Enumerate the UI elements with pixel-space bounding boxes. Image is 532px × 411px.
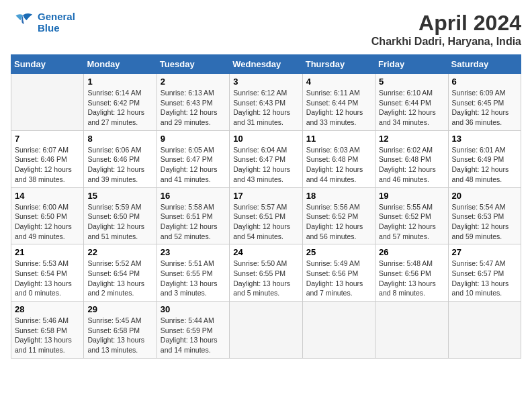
day-info: Sunrise: 5:44 AM Sunset: 6:59 PM Dayligh… <box>161 316 226 355</box>
day-info: Sunrise: 6:04 AM Sunset: 6:47 PM Dayligh… <box>233 145 298 185</box>
day-number: 30 <box>161 304 226 314</box>
calendar-table: SundayMondayTuesdayWednesdayThursdayFrid… <box>11 54 521 359</box>
month-title: April 2024 <box>371 11 521 36</box>
day-cell <box>448 302 521 359</box>
day-cell: 4Sunrise: 6:11 AM Sunset: 6:44 PM Daylig… <box>302 74 375 131</box>
day-cell <box>375 302 448 359</box>
day-info: Sunrise: 6:01 AM Sunset: 6:49 PM Dayligh… <box>452 145 517 185</box>
day-number: 16 <box>161 191 226 201</box>
day-cell: 17Sunrise: 5:57 AM Sunset: 6:51 PM Dayli… <box>230 187 302 244</box>
day-number: 12 <box>379 134 444 144</box>
week-row-4: 21Sunrise: 5:53 AM Sunset: 6:54 PM Dayli… <box>11 244 521 302</box>
day-cell: 27Sunrise: 5:47 AM Sunset: 6:57 PM Dayli… <box>448 244 521 302</box>
day-number: 25 <box>306 247 371 257</box>
day-cell <box>11 74 84 131</box>
day-number: 19 <box>379 191 444 201</box>
logo-text: General Blue <box>38 11 75 34</box>
title-block: April 2024 Charkhi Dadri, Haryana, India <box>371 11 521 48</box>
weekday-header-saturday: Saturday <box>448 55 521 74</box>
day-cell: 9Sunrise: 6:05 AM Sunset: 6:47 PM Daylig… <box>157 130 229 187</box>
day-number: 14 <box>15 191 80 201</box>
week-row-1: 1Sunrise: 6:14 AM Sunset: 6:42 PM Daylig… <box>11 74 521 131</box>
day-cell <box>302 302 375 359</box>
day-info: Sunrise: 6:06 AM Sunset: 6:46 PM Dayligh… <box>87 145 152 185</box>
day-number: 21 <box>15 247 80 257</box>
day-number: 24 <box>233 247 298 257</box>
weekday-header-row: SundayMondayTuesdayWednesdayThursdayFrid… <box>11 55 521 74</box>
day-number: 11 <box>306 134 371 144</box>
day-cell: 12Sunrise: 6:02 AM Sunset: 6:48 PM Dayli… <box>375 130 448 187</box>
day-cell: 30Sunrise: 5:44 AM Sunset: 6:59 PM Dayli… <box>157 302 229 359</box>
weekday-header-friday: Friday <box>375 55 448 74</box>
day-cell: 20Sunrise: 5:54 AM Sunset: 6:53 PM Dayli… <box>448 187 521 244</box>
week-row-5: 28Sunrise: 5:46 AM Sunset: 6:58 PM Dayli… <box>11 302 521 359</box>
day-info: Sunrise: 6:02 AM Sunset: 6:48 PM Dayligh… <box>379 145 444 185</box>
day-number: 17 <box>233 191 298 201</box>
weekday-header-wednesday: Wednesday <box>230 55 302 74</box>
day-number: 26 <box>379 247 444 257</box>
day-cell: 23Sunrise: 5:51 AM Sunset: 6:55 PM Dayli… <box>157 244 229 302</box>
day-number: 27 <box>452 247 517 257</box>
location: Charkhi Dadri, Haryana, India <box>371 36 521 48</box>
day-number: 7 <box>15 134 80 144</box>
day-info: Sunrise: 5:45 AM Sunset: 6:58 PM Dayligh… <box>87 316 152 355</box>
day-number: 28 <box>15 304 80 314</box>
day-cell: 29Sunrise: 5:45 AM Sunset: 6:58 PM Dayli… <box>84 302 157 359</box>
day-number: 9 <box>161 134 226 144</box>
weekday-header-monday: Monday <box>84 55 157 74</box>
weekday-header-thursday: Thursday <box>302 55 375 74</box>
day-cell: 18Sunrise: 5:56 AM Sunset: 6:52 PM Dayli… <box>302 187 375 244</box>
day-cell: 25Sunrise: 5:49 AM Sunset: 6:56 PM Dayli… <box>302 244 375 302</box>
day-cell: 11Sunrise: 6:03 AM Sunset: 6:48 PM Dayli… <box>302 130 375 187</box>
day-info: Sunrise: 6:13 AM Sunset: 6:43 PM Dayligh… <box>161 88 226 128</box>
day-info: Sunrise: 5:52 AM Sunset: 6:54 PM Dayligh… <box>87 259 152 298</box>
day-cell: 8Sunrise: 6:06 AM Sunset: 6:46 PM Daylig… <box>84 130 157 187</box>
day-cell: 15Sunrise: 5:59 AM Sunset: 6:50 PM Dayli… <box>84 187 157 244</box>
day-number: 2 <box>161 77 226 87</box>
day-cell: 13Sunrise: 6:01 AM Sunset: 6:49 PM Dayli… <box>448 130 521 187</box>
day-info: Sunrise: 6:00 AM Sunset: 6:50 PM Dayligh… <box>15 202 80 242</box>
day-number: 10 <box>233 134 298 144</box>
day-cell: 19Sunrise: 5:55 AM Sunset: 6:52 PM Dayli… <box>375 187 448 244</box>
day-number: 22 <box>87 247 152 257</box>
day-info: Sunrise: 6:10 AM Sunset: 6:44 PM Dayligh… <box>379 88 444 128</box>
day-cell: 1Sunrise: 6:14 AM Sunset: 6:42 PM Daylig… <box>84 74 157 131</box>
day-cell: 22Sunrise: 5:52 AM Sunset: 6:54 PM Dayli… <box>84 244 157 302</box>
day-info: Sunrise: 5:53 AM Sunset: 6:54 PM Dayligh… <box>15 259 80 298</box>
day-info: Sunrise: 6:03 AM Sunset: 6:48 PM Dayligh… <box>306 145 371 185</box>
day-cell: 26Sunrise: 5:48 AM Sunset: 6:56 PM Dayli… <box>375 244 448 302</box>
logo-icon <box>11 12 35 32</box>
day-cell: 16Sunrise: 5:58 AM Sunset: 6:51 PM Dayli… <box>157 187 229 244</box>
day-number: 3 <box>233 77 298 87</box>
day-info: Sunrise: 5:51 AM Sunset: 6:55 PM Dayligh… <box>161 259 226 298</box>
day-info: Sunrise: 5:50 AM Sunset: 6:55 PM Dayligh… <box>233 259 298 298</box>
day-number: 23 <box>161 247 226 257</box>
weekday-header-tuesday: Tuesday <box>157 55 229 74</box>
week-row-2: 7Sunrise: 6:07 AM Sunset: 6:46 PM Daylig… <box>11 130 521 187</box>
day-info: Sunrise: 6:05 AM Sunset: 6:47 PM Dayligh… <box>161 145 226 185</box>
day-info: Sunrise: 5:56 AM Sunset: 6:52 PM Dayligh… <box>306 202 371 242</box>
day-info: Sunrise: 6:14 AM Sunset: 6:42 PM Dayligh… <box>87 88 152 128</box>
day-cell: 7Sunrise: 6:07 AM Sunset: 6:46 PM Daylig… <box>11 130 84 187</box>
day-cell <box>230 302 302 359</box>
day-info: Sunrise: 5:54 AM Sunset: 6:53 PM Dayligh… <box>452 202 517 242</box>
day-number: 13 <box>452 134 517 144</box>
day-number: 15 <box>87 191 152 201</box>
day-cell: 10Sunrise: 6:04 AM Sunset: 6:47 PM Dayli… <box>230 130 302 187</box>
day-cell: 2Sunrise: 6:13 AM Sunset: 6:43 PM Daylig… <box>157 74 229 131</box>
logo: General Blue <box>11 11 75 34</box>
day-info: Sunrise: 5:59 AM Sunset: 6:50 PM Dayligh… <box>87 202 152 242</box>
day-info: Sunrise: 5:48 AM Sunset: 6:56 PM Dayligh… <box>379 259 444 298</box>
day-info: Sunrise: 5:55 AM Sunset: 6:52 PM Dayligh… <box>379 202 444 242</box>
day-info: Sunrise: 5:46 AM Sunset: 6:58 PM Dayligh… <box>15 316 80 355</box>
day-number: 18 <box>306 191 371 201</box>
day-number: 1 <box>87 77 152 87</box>
day-info: Sunrise: 5:57 AM Sunset: 6:51 PM Dayligh… <box>233 202 298 242</box>
day-cell: 21Sunrise: 5:53 AM Sunset: 6:54 PM Dayli… <box>11 244 84 302</box>
day-info: Sunrise: 6:12 AM Sunset: 6:43 PM Dayligh… <box>233 88 298 128</box>
day-cell: 28Sunrise: 5:46 AM Sunset: 6:58 PM Dayli… <box>11 302 84 359</box>
day-cell: 3Sunrise: 6:12 AM Sunset: 6:43 PM Daylig… <box>230 74 302 131</box>
weekday-header-sunday: Sunday <box>11 55 84 74</box>
day-number: 6 <box>452 77 517 87</box>
day-number: 8 <box>87 134 152 144</box>
